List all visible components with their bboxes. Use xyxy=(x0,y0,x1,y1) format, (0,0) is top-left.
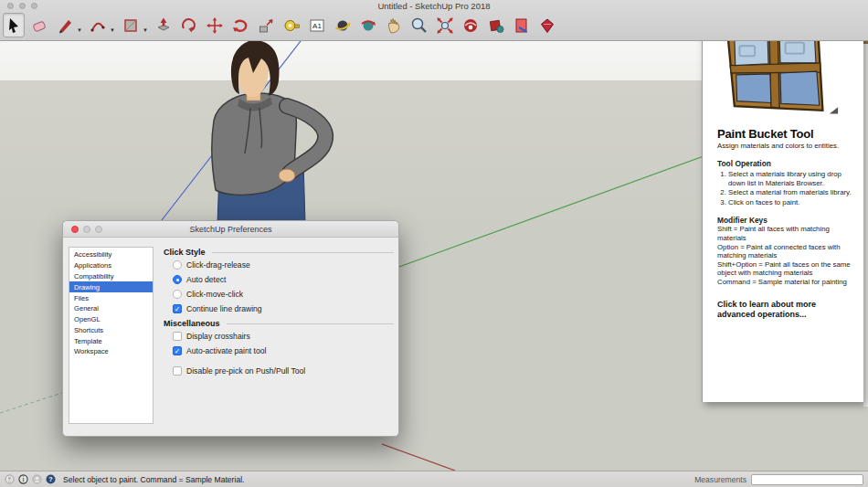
orbit-tool-button[interactable] xyxy=(332,13,354,37)
radio-click-move-click[interactable]: Click-move-click xyxy=(173,290,394,299)
svg-text:?: ? xyxy=(48,475,53,483)
modifier-item: Shift = Paint all faces with matching ma… xyxy=(717,225,856,242)
step-item: Select a material from materials library… xyxy=(728,188,856,197)
credits-icon[interactable]: i xyxy=(18,474,28,484)
preferences-category-list: Accessibility Applications Compatibility… xyxy=(69,247,153,424)
pan-hand-icon xyxy=(385,16,403,35)
follow-me-icon xyxy=(180,16,198,35)
text-tool-button[interactable]: A1 xyxy=(306,13,328,37)
sidebar-item-compatibility[interactable]: Compatibility xyxy=(69,271,153,282)
components-tool-button[interactable] xyxy=(485,13,507,37)
measurements-input[interactable] xyxy=(751,474,863,485)
push-pull-tool-button[interactable] xyxy=(153,13,175,37)
red-axis xyxy=(382,444,455,471)
instructor-description: Assign materials and colors to entities. xyxy=(717,142,856,150)
checkbox-icon[interactable] xyxy=(173,332,182,341)
instructor-panel: Instructor Paint Bucket Tool Assign mate… xyxy=(702,0,863,402)
measurements-label: Measurements xyxy=(694,475,746,484)
modifier-item: Option = Paint all connected faces with … xyxy=(717,243,856,260)
dialog-close-icon[interactable] xyxy=(71,226,79,233)
green-axis xyxy=(399,156,704,267)
dialog-minimize-icon[interactable] xyxy=(83,226,90,233)
radio-auto-detect[interactable]: Auto detect xyxy=(173,275,394,284)
checkbox-icon[interactable] xyxy=(173,366,182,376)
tape-measure-tool-button[interactable] xyxy=(281,13,302,37)
window-titlebar: Untitled - SketchUp Pro 2018 ▼ ▼ ▼ xyxy=(0,0,868,41)
chevron-down-icon[interactable]: ▼ xyxy=(110,27,115,33)
orbit-icon xyxy=(333,16,352,35)
look-around-tool-button[interactable] xyxy=(357,13,379,37)
option-label: Display crosshairs xyxy=(186,332,250,341)
select-icon xyxy=(5,16,23,35)
rotate-tool-button[interactable] xyxy=(229,13,251,37)
rectangle-tool-button[interactable] xyxy=(120,13,142,37)
arc-icon xyxy=(89,16,107,35)
sidebar-item-opengl[interactable]: OpenGL xyxy=(69,314,153,325)
push-pull-icon xyxy=(154,16,173,35)
status-message: Select object to paint. Command = Sample… xyxy=(63,475,244,484)
line-tool-button[interactable] xyxy=(54,13,76,37)
components-icon xyxy=(487,16,505,35)
tool-operation-steps: Select a materials library using drop do… xyxy=(728,170,856,206)
pan-tool-button[interactable] xyxy=(383,13,405,37)
radio-click-drag-release[interactable]: Click-drag-release xyxy=(173,260,394,270)
select-tool-button[interactable] xyxy=(3,13,25,37)
help-icon[interactable]: ? xyxy=(46,474,56,484)
warehouse-tool-button[interactable] xyxy=(460,13,482,37)
move-tool-button[interactable] xyxy=(204,13,226,37)
checkbox-checked-icon[interactable]: ✓ xyxy=(173,304,182,313)
sidebar-item-accessibility[interactable]: Accessibility xyxy=(69,249,153,260)
checkbox-continue-line-drawing[interactable]: ✓ Continue line drawing xyxy=(173,304,394,313)
look-around-icon xyxy=(359,16,377,35)
person-model[interactable] xyxy=(201,37,338,224)
sidebar-item-template[interactable]: Template xyxy=(69,335,153,346)
zoom-icon xyxy=(410,16,429,35)
dialog-titlebar[interactable]: SketchUp Preferences xyxy=(63,221,398,238)
scale-icon xyxy=(257,16,275,35)
arc-tool-button[interactable] xyxy=(87,13,109,37)
dialog-zoom-icon[interactable] xyxy=(95,226,102,233)
sidebar-item-workspace[interactable]: Workspace xyxy=(69,346,153,357)
checkbox-checked-icon[interactable]: ✓ xyxy=(173,346,182,355)
layout-icon xyxy=(513,16,531,35)
section-title: Click Style xyxy=(164,248,206,257)
sidebar-item-drawing[interactable]: Drawing xyxy=(69,281,153,292)
advanced-operations-link[interactable]: Click to learn about more advanced opera… xyxy=(717,300,856,320)
option-label: Auto detect xyxy=(186,275,226,284)
option-label: Click-move-click xyxy=(186,290,243,299)
checkbox-auto-activate-paint-tool[interactable]: ✓ Auto-activate paint tool xyxy=(173,346,394,355)
eraser-icon xyxy=(30,16,48,35)
sidebar-item-shortcuts[interactable]: Shortcuts xyxy=(69,324,153,335)
sidebar-item-files[interactable]: Files xyxy=(69,292,153,303)
radio-icon[interactable] xyxy=(173,290,182,299)
zoom-extents-icon xyxy=(436,16,454,35)
window-title: Untitled - SketchUp Pro 2018 xyxy=(0,1,868,11)
rectangle-icon xyxy=(122,16,140,35)
option-label: Click-drag-release xyxy=(186,260,250,270)
radio-icon[interactable] xyxy=(173,260,182,270)
extension-warehouse-tool-button[interactable] xyxy=(536,13,558,37)
tape-measure-icon xyxy=(282,16,301,35)
chevron-down-icon[interactable]: ▼ xyxy=(77,27,82,33)
preferences-drawing-pane: Click Style Click-drag-release Auto dete… xyxy=(164,243,394,381)
zoom-tool-button[interactable] xyxy=(408,13,430,37)
screen-right-edge xyxy=(863,0,868,407)
geolocation-icon[interactable] xyxy=(5,474,15,484)
scale-tool-button[interactable] xyxy=(255,13,277,37)
preferences-dialog: SketchUp Preferences Accessibility Appli… xyxy=(62,220,399,437)
zoom-extents-tool-button[interactable] xyxy=(434,13,456,37)
click-style-section-heading: Click Style xyxy=(164,248,394,257)
toolbar: ▼ ▼ ▼ A1 xyxy=(3,13,562,37)
step-item: Click on faces to paint. xyxy=(728,198,856,207)
green-axis-dashed xyxy=(0,393,62,413)
layout-tool-button[interactable] xyxy=(511,13,533,37)
user-icon[interactable] xyxy=(32,474,42,484)
follow-me-tool-button[interactable] xyxy=(178,13,200,37)
sidebar-item-applications[interactable]: Applications xyxy=(69,260,153,271)
radio-selected-icon[interactable] xyxy=(173,275,182,284)
sidebar-item-general[interactable]: General xyxy=(69,303,153,314)
checkbox-disable-pre-pick[interactable]: Disable pre-pick on Push/Pull Tool xyxy=(173,366,394,376)
eraser-tool-button[interactable] xyxy=(28,13,50,37)
chevron-down-icon[interactable]: ▼ xyxy=(143,27,148,33)
checkbox-display-crosshairs[interactable]: Display crosshairs xyxy=(173,332,394,341)
